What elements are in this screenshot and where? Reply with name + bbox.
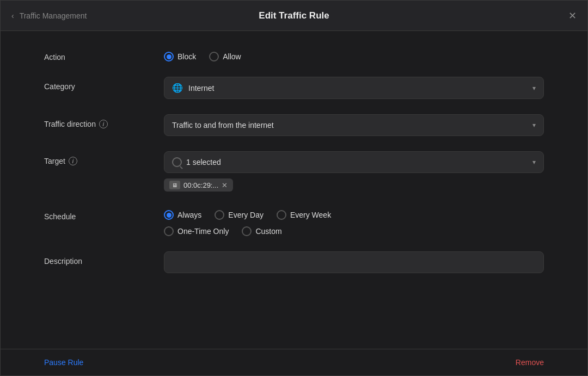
form-content: Action Block Allow Categ [1, 31, 587, 349]
back-arrow-icon[interactable]: ‹ [11, 11, 14, 20]
custom-radio-outer [242, 226, 252, 236]
description-label: Description [44, 251, 164, 266]
target-tag-device-icon: 🖥 [169, 181, 180, 189]
traffic-direction-chevron-down-icon: ▾ [532, 121, 536, 129]
category-control: 🌐 Internet ▾ [164, 77, 544, 99]
target-search-icon [172, 157, 182, 167]
target-tag-close-icon[interactable]: ✕ [222, 181, 228, 189]
schedule-row-1: Always Every Day Every Week [164, 210, 544, 220]
traffic-direction-row: Traffic direction i Traffic to and from … [44, 114, 544, 136]
category-label: Category [44, 77, 164, 91]
schedule-row-2: One-Time Only Custom [164, 226, 544, 236]
block-radio-inner [167, 54, 171, 59]
block-radio-outer [164, 52, 174, 61]
window: ‹ Traffic Management Edit Traffic Rule ✕… [0, 0, 588, 376]
pause-rule-button[interactable]: Pause Rule [44, 358, 83, 367]
target-info-icon[interactable]: i [69, 157, 77, 165]
schedule-every-day-radio[interactable]: Every Day [215, 210, 264, 220]
target-tag-chip: 🖥 00:0c:29:... ✕ [164, 178, 233, 192]
custom-radio-label: Custom [255, 227, 281, 236]
always-radio-label: Always [177, 211, 201, 219]
traffic-direction-dropdown-left: Traffic to and from the internet [172, 121, 274, 130]
schedule-every-week-radio[interactable]: Every Week [277, 210, 331, 220]
schedule-group: Always Every Day Every Week [164, 207, 544, 236]
target-value: 1 selected [186, 158, 221, 167]
description-row: Description [44, 251, 544, 273]
action-radio-group: Block Allow [164, 47, 544, 61]
target-label: Target i [44, 151, 164, 165]
traffic-direction-dropdown[interactable]: Traffic to and from the internet ▾ [164, 114, 544, 136]
target-chevron-down-icon: ▾ [532, 158, 536, 166]
category-dropdown[interactable]: 🌐 Internet ▾ [164, 77, 544, 99]
one-time-radio-label: One-Time Only [177, 227, 229, 236]
description-input[interactable] [164, 251, 544, 273]
category-value: Internet [188, 84, 214, 93]
target-search-left: 1 selected [172, 157, 221, 167]
target-tag-label: 00:0c:29:... [183, 181, 218, 189]
action-allow-radio[interactable]: Allow [209, 52, 241, 61]
traffic-direction-label: Traffic direction i [44, 114, 164, 128]
target-dropdown[interactable]: 1 selected ▾ [164, 151, 544, 173]
titlebar-left: ‹ Traffic Management [11, 11, 87, 20]
titlebar: ‹ Traffic Management Edit Traffic Rule ✕ [1, 1, 587, 31]
every-day-radio-label: Every Day [228, 211, 264, 219]
traffic-direction-control: Traffic to and from the internet ▾ [164, 114, 544, 136]
schedule-row: Schedule Always Ev [44, 207, 544, 236]
action-label: Action [44, 47, 164, 61]
every-week-radio-outer [277, 210, 286, 220]
traffic-direction-info-icon[interactable]: i [99, 120, 108, 128]
target-control: 1 selected ▾ 🖥 00:0c:29:... ✕ [164, 151, 544, 192]
page-title: Edit Traffic Rule [259, 10, 329, 21]
allow-radio-label: Allow [223, 52, 241, 61]
category-chevron-down-icon: ▾ [532, 84, 536, 92]
every-day-radio-outer [215, 210, 224, 220]
traffic-direction-value: Traffic to and from the internet [172, 121, 274, 130]
footer: Pause Rule Remove [1, 349, 587, 375]
schedule-label: Schedule [44, 207, 164, 221]
one-time-radio-outer [164, 226, 174, 236]
remove-button[interactable]: Remove [516, 358, 544, 367]
schedule-one-time-radio[interactable]: One-Time Only [164, 226, 229, 236]
target-row: Target i 1 selected ▾ 🖥 00:0c:29:... ✕ [44, 151, 544, 192]
action-block-radio[interactable]: Block [164, 52, 196, 61]
category-row: Category 🌐 Internet ▾ [44, 77, 544, 99]
action-control: Block Allow [164, 47, 544, 61]
category-dropdown-left: 🌐 Internet [172, 83, 214, 93]
schedule-control: Always Every Day Every Week [164, 207, 544, 236]
close-button[interactable]: ✕ [568, 11, 577, 21]
titlebar-center: Edit Traffic Rule [259, 10, 329, 21]
every-week-radio-label: Every Week [290, 211, 331, 219]
block-radio-label: Block [177, 52, 196, 61]
always-radio-outer [164, 210, 174, 220]
globe-icon: 🌐 [172, 83, 183, 93]
description-control [164, 251, 544, 273]
action-row: Action Block Allow [44, 47, 544, 61]
allow-radio-outer [209, 52, 219, 61]
schedule-always-radio[interactable]: Always [164, 210, 201, 220]
always-radio-inner [167, 213, 171, 218]
schedule-custom-radio[interactable]: Custom [242, 226, 281, 236]
back-label[interactable]: Traffic Management [20, 11, 87, 20]
